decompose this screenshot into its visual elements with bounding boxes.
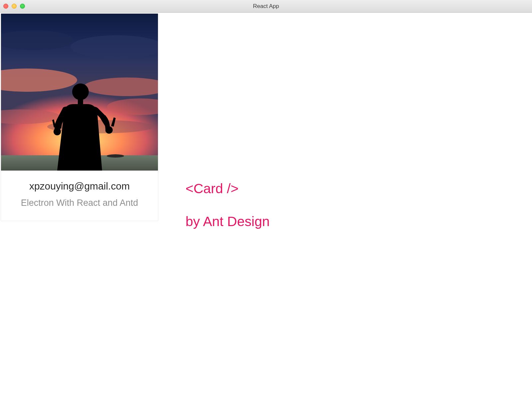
profile-card: xpzouying@gmail.com Electron With React … [1, 13, 158, 221]
window-title: React App [253, 3, 279, 10]
card-cover-image [1, 14, 158, 171]
svg-point-10 [107, 154, 124, 158]
side-text-line2: by Ant Design [186, 214, 270, 229]
maximize-window-button[interactable] [20, 4, 25, 9]
side-text: <Card /> by Ant Design [186, 181, 270, 399]
side-text-line1: <Card /> [186, 181, 270, 197]
content-area: xpzouying@gmail.com Electron With React … [0, 13, 532, 399]
window: React App [0, 0, 532, 399]
svg-point-11 [72, 83, 89, 100]
card-body: xpzouying@gmail.com Electron With React … [1, 171, 158, 221]
svg-point-13 [54, 128, 61, 135]
card-title: xpzouying@gmail.com [9, 181, 150, 192]
svg-point-14 [105, 126, 113, 134]
card-description: Electron With React and Antd [9, 198, 150, 208]
close-window-button[interactable] [3, 4, 8, 9]
titlebar: React App [0, 0, 532, 13]
minimize-window-button[interactable] [12, 4, 17, 9]
traffic-lights [3, 4, 25, 9]
